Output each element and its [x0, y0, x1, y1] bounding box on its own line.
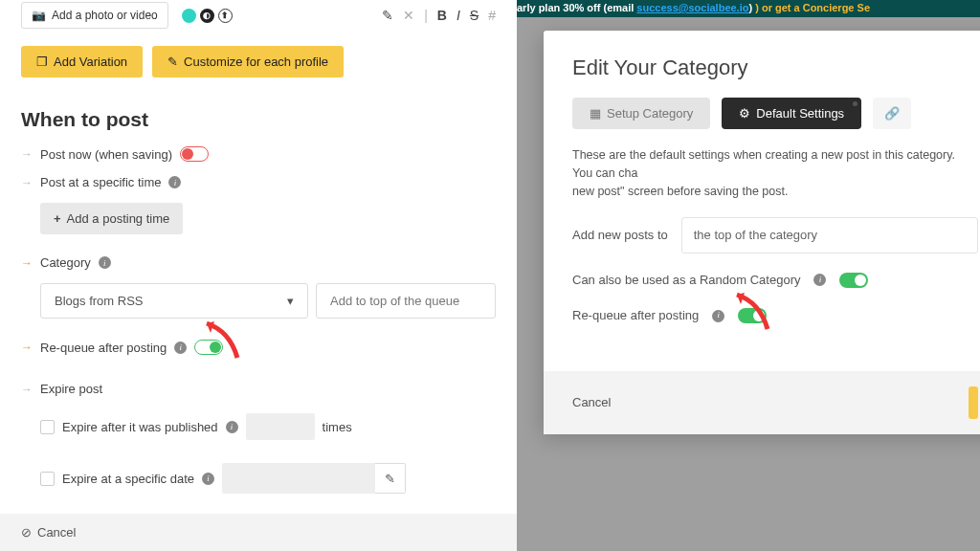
edit-category-modal: Edit Your Category ▦ Setup Category ⚙ De… — [544, 31, 980, 434]
customize-label: Customize for each profile — [184, 55, 328, 69]
add-posting-time-button[interactable]: + Add a posting time — [40, 203, 183, 234]
expire-after-label: Expire after it was published — [62, 420, 218, 434]
link-icon: 🔗 — [884, 106, 900, 121]
footer-bar: ⊘ Cancel — [0, 514, 517, 551]
modal-desc: These are the default settings when crea… — [572, 146, 978, 183]
tab-default-settings[interactable]: ⚙ Default Settings — [722, 98, 861, 129]
banner-email[interactable]: success@socialbee.io — [636, 2, 748, 13]
add-media-button[interactable]: 📷 Add a photo or video — [21, 2, 168, 29]
post-specific-label: Post at a specific time — [40, 175, 161, 189]
when-to-post-title: When to post — [21, 108, 496, 131]
times-label: times — [323, 420, 352, 434]
random-category-toggle[interactable] — [839, 273, 868, 288]
category-label: Category — [40, 255, 91, 270]
add-variation-button[interactable]: ❐ Add Variation — [21, 46, 143, 77]
arrow-icon: → — [21, 341, 33, 354]
requeue-toggle[interactable] — [194, 340, 223, 355]
expire-date-checkbox[interactable] — [40, 472, 55, 486]
separator: | — [424, 8, 428, 23]
chevron-down-icon: ▾ — [287, 294, 294, 308]
info-icon[interactable]: i — [226, 421, 238, 433]
post-now-label: Post now (when saving) — [40, 147, 172, 162]
info-icon[interactable]: i — [813, 274, 826, 286]
ban-icon: ⊘ — [21, 525, 32, 540]
tab-setup-label: Setup Category — [607, 106, 693, 121]
queue-position-value: Add to top of the queue — [330, 294, 459, 308]
save-button-partial[interactable] — [969, 386, 978, 419]
info-icon[interactable]: i — [99, 256, 111, 269]
info-icon[interactable]: i — [202, 473, 214, 485]
expire-times-input[interactable] — [246, 413, 315, 440]
expire-date-input[interactable] — [222, 463, 375, 494]
tab-defaults-label: Default Settings — [756, 106, 844, 121]
customize-button[interactable]: ✎ Customize for each profile — [152, 46, 344, 77]
emoji-icons[interactable]: ◐ ⬆ — [182, 9, 233, 23]
tab-setup-category[interactable]: ▦ Setup Category — [572, 98, 710, 129]
edit-icon: ✎ — [385, 472, 395, 486]
dot-upload-icon: ⬆ — [218, 9, 233, 23]
info-icon[interactable]: i — [712, 310, 724, 322]
gear-icon: ⚙ — [739, 106, 750, 121]
add-posts-value: the top of the category — [694, 228, 817, 242]
strike-icon[interactable]: S — [470, 8, 479, 23]
italic-icon[interactable]: I — [457, 8, 460, 23]
arrow-icon: → — [21, 176, 33, 189]
bold-icon[interactable]: B — [437, 8, 447, 23]
cancel-button[interactable]: Cancel — [37, 525, 76, 540]
category-value: Blogs from RSS — [55, 294, 143, 308]
queue-position-select[interactable]: Add to top of the queue — [316, 283, 496, 319]
add-media-label: Add a photo or video — [52, 9, 158, 22]
arrow-icon: → — [21, 147, 33, 161]
add-posts-label: Add new posts to — [572, 226, 668, 245]
plus-icon: + — [54, 211, 61, 226]
copy-icon: ❐ — [36, 55, 48, 69]
modal-requeue-label: Re-queue after posting — [572, 306, 699, 325]
camera-icon: 📷 — [32, 9, 46, 22]
dot-teal-icon — [182, 9, 196, 23]
info-icon[interactable]: i — [174, 342, 187, 354]
add-posting-time-label: Add a posting time — [67, 211, 170, 226]
expire-after-checkbox[interactable] — [40, 420, 55, 434]
pencil-icon: ✎ — [167, 55, 178, 69]
wand-icon[interactable]: ✎ — [382, 8, 393, 23]
post-now-toggle[interactable] — [180, 146, 209, 162]
date-picker-button[interactable]: ✎ — [375, 463, 406, 494]
promo-banner: arly plan 30% off (email success@socialb… — [517, 0, 980, 17]
modal-desc2: new post" screen before saving the post. — [572, 183, 978, 201]
dot-clock-icon: ◐ — [200, 9, 214, 23]
clear-format-icon[interactable]: ✕ — [403, 8, 414, 23]
arrow-icon: → — [21, 256, 33, 270]
modal-cancel-button[interactable]: Cancel — [572, 395, 611, 409]
modal-title: Edit Your Category — [572, 55, 978, 80]
add-variation-label: Add Variation — [54, 55, 127, 69]
hash-icon[interactable]: # — [488, 8, 496, 23]
grid-icon: ▦ — [590, 106, 601, 121]
random-category-label: Can also be used as a Random Category — [572, 271, 800, 290]
modal-requeue-toggle[interactable] — [738, 308, 767, 323]
requeue-label: Re-queue after posting — [40, 341, 167, 355]
expire-post-label: Expire post — [40, 382, 102, 396]
add-posts-select[interactable]: the top of the category — [681, 217, 978, 253]
category-select[interactable]: Blogs from RSS ▾ — [40, 283, 308, 319]
info-icon[interactable]: i — [168, 176, 181, 188]
expire-date-label: Expire at a specific date — [62, 472, 194, 486]
arrow-icon: → — [21, 383, 33, 396]
tab-link[interactable]: 🔗 — [873, 98, 911, 129]
